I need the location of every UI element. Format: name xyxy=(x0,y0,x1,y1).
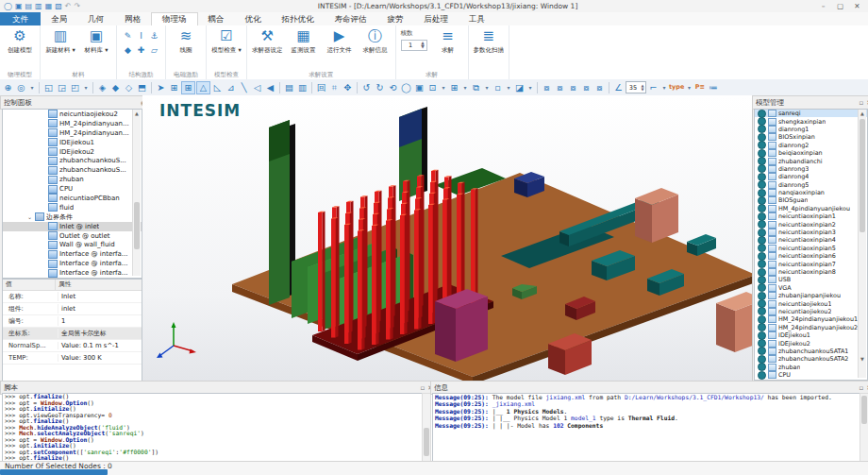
property-value[interactable]: 1 xyxy=(58,317,142,325)
wireframe-view-icon[interactable]: ◇ xyxy=(123,81,135,93)
model-item[interactable]: neicuntiaoxinpian5 xyxy=(755,245,867,252)
tree-scrollbar[interactable]: ▲ xyxy=(132,110,141,276)
view-options-dropdown[interactable]: ▾ xyxy=(82,81,90,93)
view-yz-icon[interactable]: ◲ xyxy=(56,81,68,93)
spinner-arrows-icon[interactable]: ▲▼ xyxy=(420,42,426,49)
display-mode-dropdown-arrow[interactable]: ▾ xyxy=(526,81,534,93)
property-value[interactable]: Value: 300 K xyxy=(58,354,142,362)
import-icon[interactable]: ▦ xyxy=(45,1,53,12)
select-group-5-icon[interactable]: ⧇ xyxy=(593,81,606,93)
model-item[interactable]: zhubandianchi xyxy=(755,157,867,164)
iso-view-icon[interactable]: ◈ xyxy=(96,81,108,93)
menu-tab-fatigue[interactable]: 疲劳 xyxy=(377,12,414,25)
model-item[interactable]: dianrong3 xyxy=(755,165,867,173)
model-item[interactable]: neicuntiaoxinpian4 xyxy=(755,236,867,244)
model-item[interactable]: sanreqi xyxy=(755,110,867,117)
scroll-thumb[interactable] xyxy=(860,119,865,232)
save-all-icon[interactable]: ▤ xyxy=(25,1,33,12)
script-scrollbar[interactable] xyxy=(422,393,431,462)
model-item[interactable]: dianrong5 xyxy=(755,181,867,189)
float-panel-icon[interactable]: ▫ xyxy=(420,384,425,392)
model-item[interactable]: dianrong4 xyxy=(755,173,867,180)
select-box-icon[interactable]: ⊞ xyxy=(168,81,180,93)
zoom-window-icon[interactable]: ◎ xyxy=(15,81,27,93)
model-item[interactable]: neicuntiaoxinpian7 xyxy=(755,260,867,267)
model-item[interactable]: BIOSxinpian xyxy=(755,133,867,141)
scroll-thumb[interactable] xyxy=(134,202,140,249)
select-mesh-icon[interactable]: ⊞ xyxy=(181,81,195,94)
model-item[interactable]: neicuntiaoxinpian8 xyxy=(755,268,867,276)
selection-list-icon[interactable]: ≔ xyxy=(707,81,719,93)
model-item[interactable]: neicuntiaoxinpian2 xyxy=(755,220,867,228)
feature-angle-spinner[interactable]: 35▲▼ xyxy=(626,81,646,93)
tree-item[interactable]: Wall @ wall_fluid xyxy=(3,240,142,249)
pick-filter-dropdown[interactable]: ⊡ xyxy=(426,81,439,93)
3d-viewport[interactable]: INTESIM xyxy=(142,95,752,381)
tree-item[interactable]: ⌄边界条件 xyxy=(3,212,142,222)
type-filter-dropdown[interactable]: type xyxy=(669,81,684,93)
type-filter-dropdown-arrow[interactable]: ▾ xyxy=(685,81,693,93)
select-face-icon[interactable]: △ xyxy=(196,81,210,94)
model-tree[interactable]: neicuntiaojiekou2HM_24pindianyuan...HM_2… xyxy=(2,109,142,279)
select-group-3-icon[interactable]: ⧇ xyxy=(567,81,579,93)
section-view-icon[interactable]: ⬒ xyxy=(136,81,148,93)
solve-button[interactable]: ≡求解 xyxy=(433,27,463,55)
view-xz-icon[interactable]: ◰ xyxy=(69,81,81,93)
solve-info-button[interactable]: ⓘ求解信息 xyxy=(360,27,391,55)
menu-tab-coupling[interactable]: 耦合 xyxy=(198,12,235,25)
property-value[interactable]: Value: 0.1 m s^-1 xyxy=(58,342,142,349)
fit-view-icon[interactable]: ⊕ xyxy=(2,81,14,93)
menu-tab-mesh[interactable]: 网格 xyxy=(114,12,151,25)
model-check-button[interactable]: ☑模型检查 ▾ xyxy=(211,27,242,55)
structural-excitation-icon-1[interactable]: ✎ xyxy=(122,29,134,42)
tree-item[interactable]: IDEjiekou2 xyxy=(3,147,142,157)
menu-tab-file[interactable]: 文件 xyxy=(0,12,41,25)
close-button[interactable]: ✕ xyxy=(849,1,865,12)
tree-item[interactable]: neicuntiaoPCBban xyxy=(3,194,142,203)
run-file-button[interactable]: ▶运行文件 xyxy=(325,27,355,55)
model-item[interactable]: HM_24pindianyuanjiekou1 xyxy=(755,315,867,323)
scroll-down-icon[interactable]: ▼ xyxy=(859,355,866,363)
menu-tab-physics[interactable]: 物理场 xyxy=(151,12,198,25)
new-material-button[interactable]: ▥新建材料 ▾ xyxy=(45,27,75,55)
info-console[interactable]: Message(09:25): The model file jixiang.x… xyxy=(432,393,862,462)
material-library-button[interactable]: ▣材料库 ▾ xyxy=(81,27,111,55)
structural-excitation-icon-3[interactable]: ⚓ xyxy=(148,29,160,42)
property-value[interactable]: 全局笛卡尔坐标 xyxy=(58,329,142,338)
rotate-cw-icon[interactable]: ↻ xyxy=(374,81,386,93)
model-item[interactable]: dianrong1 xyxy=(755,126,867,133)
model-item[interactable]: shengkaxinpian xyxy=(755,117,867,125)
structural-excitation-icon-6[interactable]: ▱ xyxy=(148,43,160,57)
menu-tab-geometry[interactable]: 几何 xyxy=(77,12,114,25)
menu-tab-topo-optimization[interactable]: 拓扑优化 xyxy=(272,12,325,25)
zoom-options-dropdown[interactable]: ▾ xyxy=(28,81,36,93)
model-item[interactable]: neicuntiaoxinpian3 xyxy=(755,229,867,236)
property-value[interactable]: inlet xyxy=(58,305,142,313)
model-item[interactable]: CPU xyxy=(755,371,867,379)
redo-icon[interactable]: ↷ xyxy=(74,1,80,12)
copy-view-icon[interactable]: ▤ xyxy=(283,81,295,93)
coil-button[interactable]: ≋线圈 xyxy=(171,27,201,55)
model-item[interactable]: beiqiaoxinpian xyxy=(755,149,867,157)
spinner-arrows-icon[interactable]: ▲▼ xyxy=(640,84,645,92)
select-front-icon[interactable]: ◀ xyxy=(264,81,276,93)
model-item[interactable]: zhuban xyxy=(755,364,867,371)
rotate-ccw-icon[interactable]: ↺ xyxy=(360,81,373,93)
tree-item[interactable]: IDEjiekou1 xyxy=(3,138,142,147)
scroll-thumb[interactable] xyxy=(861,396,867,424)
property-value[interactable]: Inlet xyxy=(58,293,142,300)
parametric-sweep-button[interactable]: ≣参数化扫描 xyxy=(474,27,505,55)
create-model-button[interactable]: ⚙创建模型 xyxy=(5,27,35,55)
model-item[interactable]: IDEjiekou1 xyxy=(755,331,867,339)
select-back-icon[interactable]: ◁ xyxy=(251,81,263,93)
pan-icon[interactable]: ✥ xyxy=(342,81,354,93)
model-item[interactable]: nanqiaoxinpian xyxy=(755,189,867,196)
menu-tab-tools[interactable]: 工具 xyxy=(459,12,495,25)
select-group-4-icon[interactable]: ⧇ xyxy=(580,81,593,93)
solver-setup-button[interactable]: ⚒求解器设定 xyxy=(252,27,283,55)
undo-icon[interactable]: ↶ xyxy=(65,1,72,12)
export-icon[interactable]: ▧ xyxy=(55,1,62,12)
tree-item[interactable]: zhubanchuankouS... xyxy=(3,156,142,165)
model-item[interactable]: neicuntiaoxinpian1 xyxy=(755,212,867,220)
tree-item[interactable]: neicuntiaojiekou2 xyxy=(3,110,142,119)
